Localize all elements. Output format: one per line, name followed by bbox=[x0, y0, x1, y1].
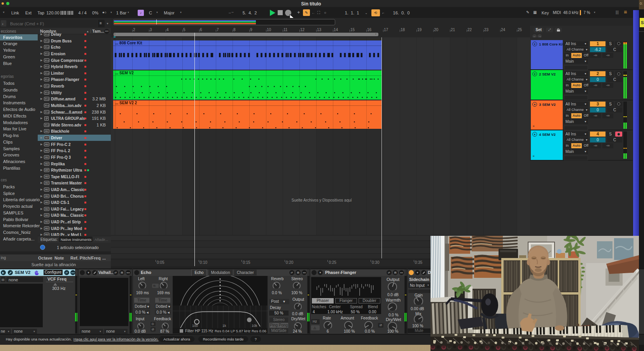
svg-text:1k: 1k bbox=[222, 324, 226, 328]
svg-text:10k: 10k bbox=[252, 324, 257, 328]
svg-text:100: 100 bbox=[192, 324, 198, 328]
svg-text:Filter HP 115 Hz: Filter HP 115 Hz bbox=[185, 329, 213, 333]
svg-text:Res 0.04 LP 5.87 kHz Res 0.06: Res 0.04 LP 5.87 kHz Res 0.06 bbox=[215, 329, 266, 333]
